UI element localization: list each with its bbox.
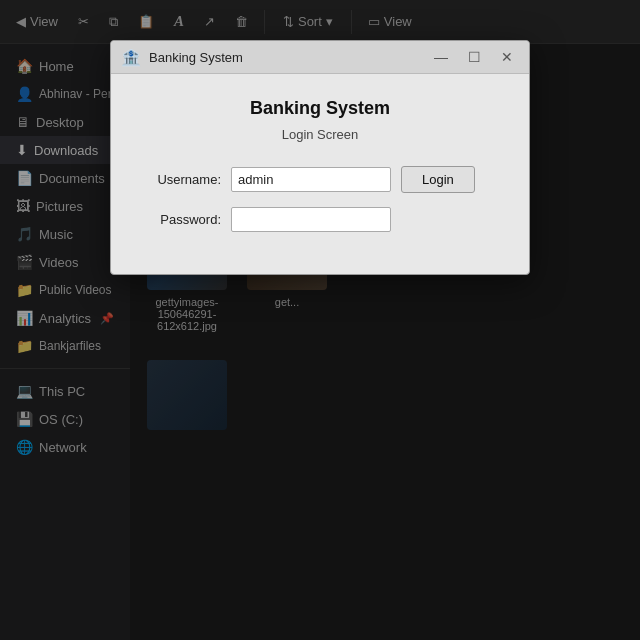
username-label: Username: [141, 172, 231, 187]
modal-titlebar: 🏦 Banking System — ☐ ✕ [111, 41, 529, 74]
modal-heading: Banking System [141, 98, 499, 119]
banking-system-modal: 🏦 Banking System — ☐ ✕ Banking System Lo… [110, 40, 530, 275]
username-row: Username: Login [141, 166, 499, 193]
password-input[interactable] [231, 207, 391, 232]
modal-overlay: 🏦 Banking System — ☐ ✕ Banking System Lo… [0, 0, 640, 640]
password-row: Password: [141, 207, 499, 232]
modal-app-icon: 🏦 [121, 48, 141, 67]
maximize-button[interactable]: ☐ [462, 47, 487, 67]
modal-body: Banking System Login Screen Username: Lo… [111, 74, 529, 274]
password-label: Password: [141, 212, 231, 227]
modal-subheading: Login Screen [141, 127, 499, 142]
minimize-button[interactable]: — [428, 47, 454, 67]
username-input[interactable] [231, 167, 391, 192]
close-button[interactable]: ✕ [495, 47, 519, 67]
modal-title: Banking System [149, 50, 420, 65]
login-button[interactable]: Login [401, 166, 475, 193]
